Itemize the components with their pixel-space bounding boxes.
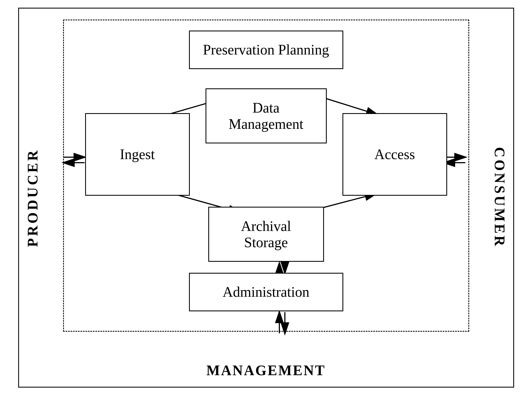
preservation-planning-box: Preservation Planning [189, 31, 343, 69]
access-box: Access [342, 113, 447, 196]
data-management-label: DataManagement [229, 100, 303, 132]
producer-label: PRODUCER [25, 148, 41, 247]
data-management-box: DataManagement [206, 88, 327, 143]
outer-frame: PRODUCER CONSUMER MANAGEMENT [18, 8, 514, 388]
ingest-box: Ingest [85, 113, 190, 196]
archival-storage-label: ArchivalStorage [241, 218, 291, 250]
administration-box: Administration [189, 273, 343, 311]
archival-storage-box: ArchivalStorage [208, 207, 324, 262]
consumer-label: CONSUMER [492, 147, 508, 248]
management-label: MANAGEMENT [206, 362, 326, 378]
